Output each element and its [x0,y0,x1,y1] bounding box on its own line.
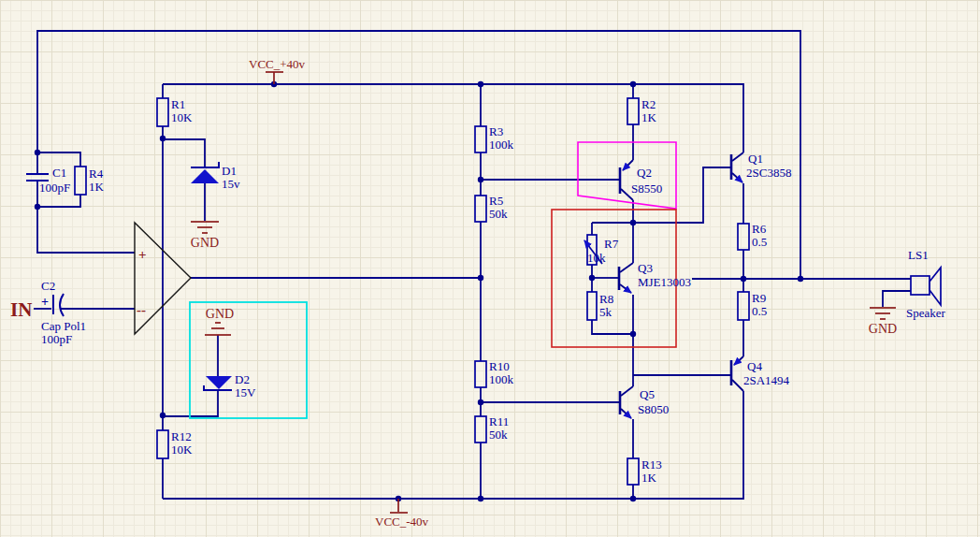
emitter [621,409,631,418]
wire [883,291,911,307]
junction-dot [630,331,636,337]
diode-triangle-icon [191,169,219,183]
transistor-q5[interactable]: Q5 S8050 [620,386,669,418]
value-label: 10K [171,110,193,124]
wire [163,139,205,167]
resistor-r6[interactable]: R6 0.5 [738,222,767,250]
part-label: 2SA1494 [743,373,790,387]
resistor-r11[interactable]: R11 50k [475,414,509,443]
emitter [623,160,633,170]
ground-symbol-speaker[interactable]: GND [869,308,897,336]
junction-dot [589,275,595,281]
resistor-body[interactable] [738,224,749,250]
value-label: 15v [222,177,240,191]
resistor-body[interactable] [157,430,168,458]
power-port-vcc-neg[interactable]: VCC_-40v [375,499,429,529]
wire [37,31,800,279]
value-label: 5k [599,305,612,319]
zener-diode-d2[interactable]: D2 15V [204,372,256,399]
ref-label: Q4 [747,359,762,373]
transistor-q1[interactable]: Q1 2SC3858 [731,152,791,182]
resistor-r4[interactable]: R4 1K [75,167,105,195]
junction-dot [478,496,483,501]
ref-label: LS1 [908,248,929,262]
value-label: 0.5 [752,235,767,249]
ref-label: Q2 [637,166,652,180]
resistor-body[interactable] [475,126,486,152]
resistor-r1[interactable]: R1 10K [157,97,193,126]
input-net-label: IN [10,298,32,321]
transistor-q3[interactable]: Q3 MJE13003 [619,261,691,293]
resistor-body[interactable] [627,458,639,485]
type-label: Cap Pol1 [41,319,86,333]
ref-label: R7 [604,237,619,251]
capacitor-c2[interactable]: + C2 Cap Pol1 100pF [41,279,86,346]
junction-dot [160,413,166,418]
ref-label: R2 [641,97,656,111]
speaker-body[interactable] [911,276,930,295]
ref-label: D2 [235,372,250,386]
power-port-vcc-pos[interactable]: VCC_+40v [249,57,306,84]
schematic-canvas: VCC_+40v VCC_-40v GND GND GND + -- IN R1… [0,0,980,537]
ref-label: Q5 [640,387,655,401]
transistor-q4[interactable]: Q4 2SA1494 [731,356,790,391]
collector [621,386,633,396]
junction-dot [160,136,166,141]
ref-label: R12 [171,429,192,443]
resistor-body[interactable] [627,98,639,124]
emitter [734,356,743,365]
resistor-r3[interactable]: R3 100k [475,124,514,152]
ground-symbol-d2[interactable]: GND [205,307,234,335]
value-label: 15V [235,385,256,399]
type-label: Speaker [906,306,946,320]
part-label: S8550 [631,181,662,196]
wire [37,195,80,207]
gnd-label: GND [191,236,219,250]
ref-label: R5 [489,194,503,208]
speaker-ls1[interactable]: LS1 Speaker [906,248,946,320]
value-label: 100pF [41,332,72,346]
value-label: 10K [171,443,193,457]
resistor-r9[interactable]: R9 0.5 [738,291,767,320]
ref-label: R8 [599,292,613,306]
resistor-r13[interactable]: R13 1K [627,457,662,485]
value-label: 100k [489,372,514,386]
resistor-r10[interactable]: R10 100k [475,359,514,387]
resistor-body[interactable] [738,292,749,320]
resistor-r2[interactable]: R2 1K [627,97,657,124]
collector [620,263,633,272]
resistor-body[interactable] [475,416,486,443]
resistor-body[interactable] [75,167,86,195]
resistor-body[interactable] [475,196,486,222]
potentiometer-r7[interactable]: R7 10k [584,235,619,265]
resistor-r12[interactable]: R12 10K [157,429,193,458]
ref-label: R9 [752,291,766,305]
vcc-neg-label: VCC_-40v [375,515,429,529]
ref-label: R10 [489,359,510,373]
resistor-r5[interactable]: R5 50k [475,194,508,222]
ref-label: C2 [41,279,55,293]
junction-dots [35,81,803,501]
value-label: 10k [587,251,606,265]
zener-diode-d1[interactable]: D1 15v [191,162,240,191]
wire [592,320,633,334]
junction-dot [478,399,483,405]
junction-dot [741,276,746,282]
value-label: 100pF [39,181,70,195]
resistor-r8[interactable]: R8 5k [587,292,613,320]
part-label: S8050 [638,402,669,416]
resistor-body[interactable] [157,98,168,126]
ref-label: R13 [641,457,662,472]
resistor-body[interactable] [475,361,486,387]
junction-dot [630,81,636,87]
junction-dot [478,275,483,281]
transistor-q2[interactable]: Q2 S8550 [620,160,662,200]
ref-label: C1 [52,166,66,180]
capacitor-c1[interactable]: C1 100pF [26,166,70,195]
ground-symbol-d1[interactable]: GND [191,222,219,250]
junction-dot [35,204,40,210]
highlight-box-magenta[interactable] [578,142,676,209]
resistor-body[interactable] [587,292,597,320]
collector [732,152,743,161]
gnd-label: GND [869,322,897,336]
